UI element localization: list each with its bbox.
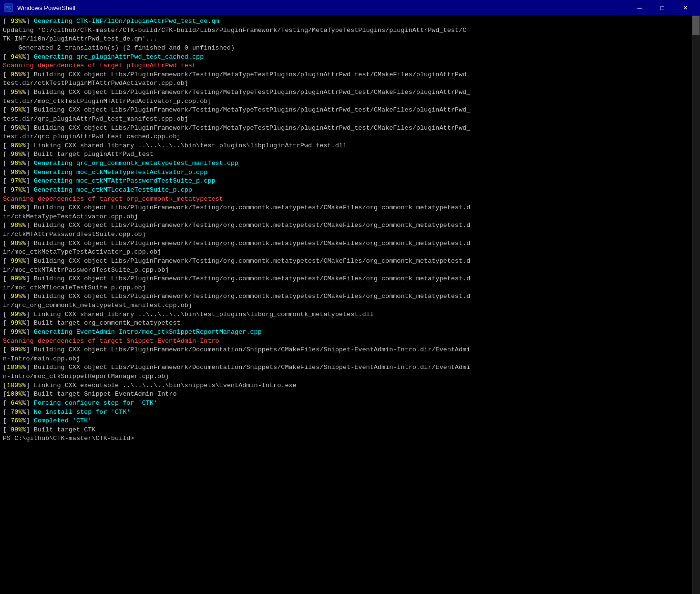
terminal-line: [ 99%%] Building CXX object Libs/PluginF… bbox=[3, 292, 697, 301]
terminal-line: [ 97%%] Generating moc_ctkMTAttrPassword… bbox=[3, 177, 697, 186]
terminal-line: [ 96%%] Generating moc_ctkMetaTypeTestAc… bbox=[3, 168, 697, 177]
terminal-line: TK-INF/l10n/pluginAttrPwd_test_de.qm'... bbox=[3, 35, 697, 44]
terminal-line: [ 99%%] Generating EventAdmin-Intro/moc_… bbox=[3, 328, 697, 337]
window-controls: ─ □ ✕ bbox=[628, 0, 696, 15]
terminal-line: [100%%] Built target Snippet-EventAdmin-… bbox=[3, 390, 697, 399]
terminal-line: [ 99%%] Building CXX object Libs/PluginF… bbox=[3, 346, 697, 355]
terminal-line: n-Intro/moc_ctkSnippetReportManager.cpp.… bbox=[3, 372, 697, 381]
terminal-line: Updating 'C:/github/CTK-master/CTK-build… bbox=[3, 26, 697, 35]
terminal-output: [ 93%%] Generating CTK-INF/l10n/pluginAt… bbox=[0, 15, 700, 594]
terminal-line: [ 99%%] Building CXX object Libs/PluginF… bbox=[3, 257, 697, 266]
terminal-line: ir/moc_ctkMetaTypeTestActivator_p.cpp.ob… bbox=[3, 248, 697, 257]
terminal-line: ir/ctkMetaTypeTestActivator.cpp.obj bbox=[3, 213, 697, 222]
terminal-line: Scanning dependencies of target Snippet-… bbox=[3, 337, 697, 346]
svg-text:PS: PS bbox=[5, 6, 11, 11]
terminal-line: [ 64%%] Forcing configure step for 'CTK' bbox=[3, 399, 697, 408]
terminal-line: ir/moc_ctkMTAttrPasswordTestSuite_p.cpp.… bbox=[3, 266, 697, 275]
terminal-line: [100%%] Building CXX object Libs/PluginF… bbox=[3, 363, 697, 372]
terminal-line: ir/ctkMTAttrPasswordTestSuite.cpp.obj bbox=[3, 230, 697, 239]
minimize-button[interactable]: ─ bbox=[628, 0, 650, 15]
terminal-line: [ 98%%] Building CXX object Libs/PluginF… bbox=[3, 221, 697, 230]
terminal-line: PS C:\github\CTK-master\CTK-build> bbox=[3, 434, 697, 443]
close-button[interactable]: ✕ bbox=[674, 0, 696, 15]
scrollbar-thumb[interactable] bbox=[692, 16, 700, 35]
terminal-line: [ 96%%] Built target pluginAttrPwd_test bbox=[3, 150, 697, 159]
terminal-line: [ 97%%] Generating moc_ctkMTLocaleTestSu… bbox=[3, 186, 697, 195]
terminal-line: [ 99%%] Linking CXX shared library ..\..… bbox=[3, 310, 697, 319]
terminal-line: [ 96%%] Linking CXX shared library ..\..… bbox=[3, 142, 697, 151]
terminal-line: [ 99%%] Built target CTK bbox=[3, 426, 697, 435]
terminal-line: test.dir/qrc_pluginAttrPwd_test_cached.c… bbox=[3, 133, 697, 142]
terminal-line: [ 99%%] Built target org_commontk_metaty… bbox=[3, 319, 697, 328]
terminal-line: [ 95%%] Building CXX object Libs/PluginF… bbox=[3, 88, 697, 97]
terminal-line: [ 76%%] Completed 'CTK' bbox=[3, 417, 697, 426]
terminal-line: [ 95%%] Building CXX object Libs/PluginF… bbox=[3, 106, 697, 115]
terminal-line: Scanning dependencies of target org_comm… bbox=[3, 195, 697, 204]
terminal-line: ir/qrc_org_commontk_metatypetest_manifes… bbox=[3, 301, 697, 310]
terminal-line: n-Intro/main.cpp.obj bbox=[3, 355, 697, 364]
terminal-line: test.dir/ctkTestPluginMTAttrPwdActivator… bbox=[3, 79, 697, 88]
terminal-line: Generated 2 translation(s) (2 finished a… bbox=[3, 44, 697, 53]
maximize-button[interactable]: □ bbox=[651, 0, 673, 15]
terminal-line: Scanning dependencies of target pluginAt… bbox=[3, 61, 697, 71]
terminal-line: [100%%] Linking CXX executable ..\..\..\… bbox=[3, 381, 697, 390]
terminal-line: ir/moc_ctkMTLocaleTestSuite_p.cpp.obj bbox=[3, 284, 697, 293]
terminal-line: [ 95%%] Building CXX object Libs/PluginF… bbox=[3, 71, 697, 80]
terminal-line: [ 96%%] Generating qrc_org_commontk_meta… bbox=[3, 159, 697, 168]
terminal-line: [ 94%%] Generating qrc_pluginAttrPwd_tes… bbox=[3, 53, 697, 62]
app-icon: PS bbox=[4, 3, 13, 12]
terminal-line: [ 99%%] Building CXX object Libs/PluginF… bbox=[3, 275, 697, 284]
window-title: Windows PowerShell bbox=[17, 4, 628, 11]
terminal-line: [ 98%%] Building CXX object Libs/PluginF… bbox=[3, 239, 697, 248]
terminal-line: [ 95%%] Building CXX object Libs/PluginF… bbox=[3, 124, 697, 133]
titlebar: PS Windows PowerShell ─ □ ✕ bbox=[0, 0, 700, 15]
terminal-line: [ 70%%] No install step for 'CTK' bbox=[3, 408, 697, 417]
terminal-line: test.dir/moc_ctkTestPluginMTAttrPwdActiv… bbox=[3, 97, 697, 106]
terminal-line: [ 98%%] Building CXX object Libs/PluginF… bbox=[3, 204, 697, 213]
scrollbar[interactable] bbox=[692, 15, 700, 594]
terminal-line: [ 93%%] Generating CTK-INF/l10n/pluginAt… bbox=[3, 17, 697, 26]
window: PS Windows PowerShell ─ □ ✕ [ 93%%] Gene… bbox=[0, 0, 700, 594]
terminal-line: test.dir/qrc_pluginAttrPwd_test_manifest… bbox=[3, 115, 697, 124]
